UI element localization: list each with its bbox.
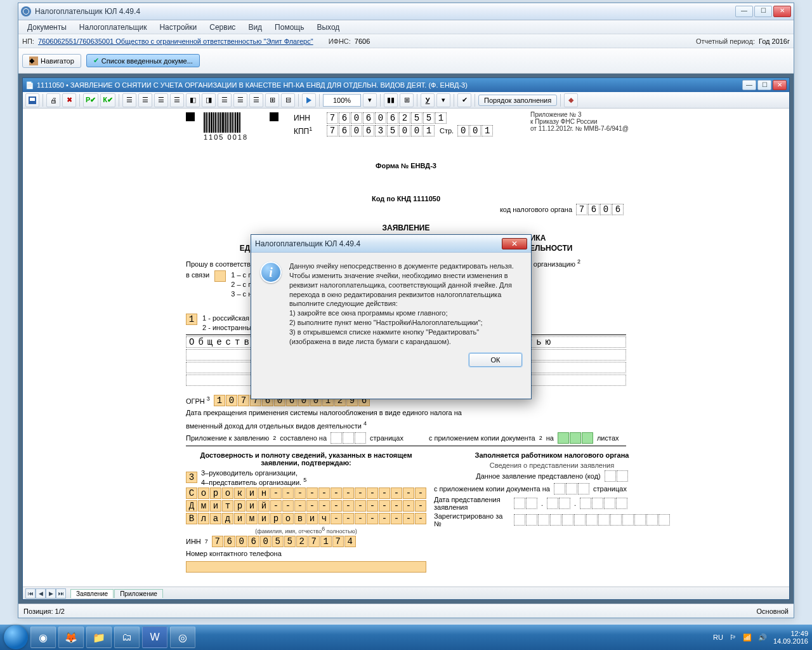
tb-8[interactable]: ☰ [233,93,247,107]
tray-network-icon[interactable]: 📶 [743,633,752,642]
representative-inn-cells[interactable]: 760605527174 [212,536,356,547]
tb-7[interactable]: ☰ [218,93,232,107]
menu-settings[interactable]: Настройки [154,22,202,33]
menu-taxpayer[interactable]: Налогоплательщик [74,22,152,33]
tb-grid[interactable]: ⊞ [400,93,414,107]
tb-9[interactable]: ☰ [249,93,263,107]
tb-exec[interactable]: ✔ [457,93,471,107]
doc-toolbar: 🖨 ✖ Р✔ К✔ ☰ ☰ ☰ ☰ ◧ ◨ ☰ ☰ ☰ ⊞ ⊟ [23,92,789,109]
confirm-role-cell[interactable]: 3 [186,472,197,483]
menu-service[interactable]: Сервис [204,22,240,33]
tab-prilozhenie[interactable]: Приложение [114,589,163,598]
app-title: Налогоплательщик ЮЛ 4.49.4 [35,7,735,16]
taskbar: ◉ 🦊 📁 🗂 W ◎ RU 🏳 📶 🔊 12:4914.09.2016 [0,625,812,650]
tb-1[interactable]: ☰ [122,93,136,107]
task-word[interactable]: W [142,627,167,648]
task-firefox[interactable]: 🦊 [58,627,84,648]
date-stop-text: Дата прекращения применения системы нало… [186,408,626,418]
task-explorer[interactable]: 📁 [86,627,112,648]
info-icon: i [260,262,282,283]
task-app2[interactable]: 🗂 [114,627,140,648]
knd-code: Код по КНД 1111050 [186,195,626,202]
surname-cells[interactable]: Сорокин------------- [186,488,426,499]
underline-button[interactable]: У [421,93,435,107]
fill-order-button[interactable]: Порядок заполнения [478,95,557,106]
dialog-close-button[interactable]: ✕ [502,238,527,249]
print-button[interactable]: 🖨 [46,93,60,107]
doc-titlebar[interactable]: 📄 1111050 • ЗАЯВЛЕНИЕ О СНЯТИИ С УЧЕТА О… [23,78,789,92]
check-k-button[interactable]: К✔ [100,93,115,107]
tax-org-cells[interactable]: 7606 [576,204,624,215]
doc-maximize-button[interactable]: ☐ [757,80,771,90]
tb-10[interactable]: ⊞ [265,93,279,107]
check-r-button[interactable]: Р✔ [83,93,98,107]
org-type-cell[interactable]: 1 [186,314,197,325]
appendix-info: Приложение № 3 к Приказу ФНС России от 1… [530,111,629,132]
patronymic-cells[interactable]: Владимирович-------- [186,513,426,524]
sheet-nav-last[interactable]: ⏭ [56,588,66,599]
tb-barcode[interactable]: ▮▮ [384,93,398,107]
tb-2[interactable]: ☰ [138,93,152,107]
info-dialog: Налогоплательщик ЮЛ 4.49.4 ✕ i Данную яч… [251,234,532,399]
inn-cells[interactable]: 7606062551 [327,112,447,124]
close-button[interactable]: ✕ [773,6,791,17]
doc-minimize-button[interactable]: — [742,80,756,90]
menu-help[interactable]: Помощь [270,22,309,33]
system-tray[interactable]: RU 🏳 📶 🔊 12:4914.09.2016 [713,630,808,645]
tray-sound-icon[interactable]: 🔊 [758,633,767,642]
zoom-dropdown[interactable]: ▾ [363,93,377,107]
sheet-nav-first[interactable]: ⏮ [25,588,36,599]
save-button[interactable] [25,93,39,107]
task-taxpayer[interactable]: ◎ [170,627,195,648]
menu-documents[interactable]: Документы [22,22,72,33]
start-button[interactable] [4,625,28,649]
sheet-nav-prev[interactable]: ◀ [36,588,46,599]
ifns-label: ИФНС: [329,37,351,45]
tb-dd[interactable]: ▾ [436,93,450,107]
tb-5[interactable]: ◧ [186,93,200,107]
confirm-section: Достоверность и полноту сведений, указан… [186,451,426,573]
tb-6[interactable]: ◨ [202,93,216,107]
doc-list-button[interactable]: ✔Список введенных докуме... [86,54,200,67]
tax-org-label: код налогового органа [500,206,572,213]
firstname-cells[interactable]: Дмитрий------------- [186,500,426,512]
navigator-button[interactable]: ◆Навигатор [22,54,81,68]
tab-zayavlenie[interactable]: Заявление [70,589,114,598]
next-page-button[interactable] [302,93,316,107]
dialog-ok-button[interactable]: ОК [469,353,522,367]
phone-input[interactable] [186,561,426,573]
period-label: Отчетный период: [696,37,755,45]
menu-exit[interactable]: Выход [311,22,344,33]
minimize-button[interactable]: — [735,6,753,17]
tb-4[interactable]: ☰ [170,93,184,107]
delete-button[interactable]: ✖ [62,93,76,107]
page-cells: 001 [457,125,493,136]
menu-view[interactable]: Вид [243,22,267,33]
dialog-titlebar[interactable]: Налогоплательщик ЮЛ 4.49.4 ✕ [251,235,531,253]
np-label: НП: [22,37,34,45]
tray-flag-icon[interactable]: 🏳 [730,633,737,641]
sheet-tabs: ⏮ ◀ ▶ ⏭ Заявление Приложение [23,587,789,599]
kpp-label: КПП1 [294,126,323,136]
menubar: Документы Налогоплательщик Настройки Сер… [18,20,794,34]
maximize-button[interactable]: ☐ [754,6,772,17]
tb-11[interactable]: ⊟ [281,93,295,107]
doc-title: 1111050 • ЗАЯВЛЕНИЕ О СНЯТИИ С УЧЕТА ОРГ… [37,81,742,89]
form-number: Форма № ЕНВД-3 [186,162,626,169]
zoom-input[interactable] [323,94,361,107]
corner-marker [270,112,278,121]
kpp-cells[interactable]: 760635001 [327,125,435,136]
sheet-nav-next[interactable]: ▶ [46,588,56,599]
outer-toolbar: ◆Навигатор ✔Список введенных докуме... [18,48,794,74]
tb-3[interactable]: ☰ [154,93,168,107]
main-titlebar[interactable]: Налогоплательщик ЮЛ 4.49.4 — ☐ ✕ [18,3,794,20]
tray-lang[interactable]: RU [713,633,723,641]
task-chrome[interactable]: ◉ [30,627,56,648]
doc-close-button[interactable]: ✕ [773,80,787,90]
help-book-button[interactable]: ◆ [564,93,578,107]
inn-label: ИНН [294,114,323,123]
np-link[interactable]: 7606062551/760635001 Общество с ограниче… [38,37,313,45]
reason-code-cell[interactable] [214,270,226,282]
tray-clock[interactable]: 12:4914.09.2016 [773,630,808,645]
app-icon [21,6,31,17]
